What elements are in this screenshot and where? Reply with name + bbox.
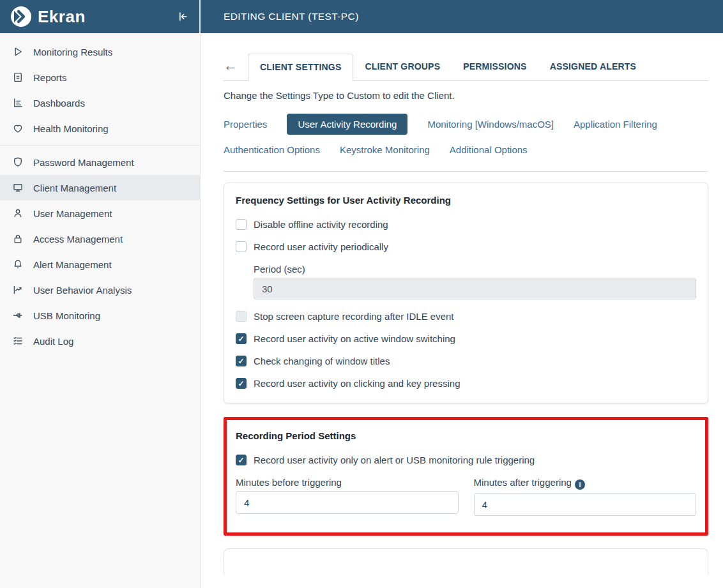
checkbox-label: Stop screen capture recording after IDLE… bbox=[254, 311, 454, 322]
bell-icon bbox=[11, 258, 24, 271]
sidebar-item-dashboards[interactable]: Dashboards bbox=[0, 90, 200, 116]
sidebar-item-label: USB Monitoring bbox=[33, 310, 100, 321]
tab-assigned-alerts[interactable]: ASSIGNED ALERTS bbox=[538, 54, 648, 80]
frequency-settings-card: Frequency Settings for User Activity Rec… bbox=[224, 183, 708, 403]
sidebar-item-label: Access Management bbox=[33, 234, 123, 245]
sidebar-item-label: User Management bbox=[33, 208, 112, 219]
sidebar-item-reports[interactable]: Reports bbox=[0, 64, 200, 90]
sidebar-divider bbox=[0, 145, 200, 146]
tab-strip: ← CLIENT SETTINGS CLIENT GROUPS PERMISSI… bbox=[224, 54, 708, 81]
settings-type-note: Change the Settings Type to Custom to ed… bbox=[224, 90, 708, 101]
sidebar-item-client-management[interactable]: Client Management bbox=[0, 175, 200, 200]
sidebar-item-label: Password Management bbox=[33, 157, 134, 168]
subtab-authentication-options[interactable]: Authentication Options bbox=[224, 139, 320, 160]
sidebar-header: Ekran bbox=[0, 0, 200, 33]
card-title: Frequency Settings for User Activity Rec… bbox=[236, 193, 696, 207]
sidebar-item-label: Reports bbox=[33, 72, 67, 83]
sidebar-item-user-management[interactable]: User Management bbox=[0, 200, 200, 226]
monitor-icon bbox=[11, 181, 24, 194]
minutes-before-input[interactable] bbox=[236, 491, 459, 514]
main-area: EDITING CLIENT (TEST-PC) ← CLIENT SETTIN… bbox=[201, 0, 723, 588]
tab-permissions[interactable]: PERMISSIONS bbox=[452, 54, 538, 80]
checkbox-label: Record user activity periodically bbox=[254, 241, 388, 252]
line-chart-icon bbox=[11, 283, 24, 296]
sidebar-item-user-behavior-analysis[interactable]: User Behavior Analysis bbox=[0, 277, 200, 303]
checkbox-row-window-titles: Check changing of window titles bbox=[236, 356, 696, 366]
usb-icon bbox=[11, 309, 24, 322]
subtab-monitoring-windows-macos[interactable]: Monitoring [Windows/macOS] bbox=[427, 114, 554, 135]
checkbox-label: Record user activity on active window sw… bbox=[254, 333, 455, 344]
section-divider bbox=[224, 171, 708, 172]
collapse-sidebar-icon[interactable] bbox=[176, 10, 189, 23]
sidebar-item-label: Dashboards bbox=[33, 98, 85, 109]
content: ← CLIENT SETTINGS CLIENT GROUPS PERMISSI… bbox=[201, 33, 723, 574]
page-title: EDITING CLIENT (TEST-PC) bbox=[224, 11, 359, 22]
info-icon[interactable]: i bbox=[575, 479, 585, 490]
minutes-grid: Minutes before triggering Minutes after … bbox=[236, 477, 696, 516]
stop-after-idle-checkbox bbox=[236, 311, 247, 322]
subtab-properties[interactable]: Properties bbox=[224, 114, 267, 135]
play-icon bbox=[11, 45, 24, 58]
shield-icon bbox=[11, 156, 24, 169]
checkbox-row-idle: Stop screen capture recording after IDLE… bbox=[236, 311, 696, 322]
ekran-logo-icon bbox=[10, 6, 32, 27]
user-icon bbox=[11, 207, 24, 220]
sidebar: Ekran Monitoring Results Reports bbox=[0, 0, 201, 588]
minutes-before-label: Minutes before triggering bbox=[236, 477, 459, 488]
minutes-after-label: Minutes after triggeringi bbox=[474, 477, 697, 490]
checkbox-row-disable-offline: Disable offline activity recording bbox=[236, 219, 696, 230]
checkbox-row-alert-trigger: Record user activity only on alert or US… bbox=[236, 455, 696, 465]
report-icon bbox=[11, 71, 24, 84]
recording-period-settings-card: Recording Period Settings Record user ac… bbox=[224, 417, 708, 536]
checkbox-label: Disable offline activity recording bbox=[254, 219, 388, 230]
alert-usb-trigger-checkbox[interactable] bbox=[236, 455, 247, 465]
sidebar-item-access-management[interactable]: Access Management bbox=[0, 226, 200, 252]
ekran-logo: Ekran bbox=[10, 6, 86, 27]
window-switching-checkbox[interactable] bbox=[236, 333, 247, 344]
tab-label: ASSIGNED ALERTS bbox=[550, 61, 637, 72]
subtab-application-filtering[interactable]: Application Filtering bbox=[574, 114, 657, 135]
back-arrow-icon[interactable]: ← bbox=[224, 59, 238, 75]
window-titles-checkbox[interactable] bbox=[236, 356, 247, 366]
checkbox-label: Record user activity only on alert or US… bbox=[254, 455, 535, 465]
next-card-top-edge bbox=[224, 548, 708, 574]
dashboards-icon bbox=[11, 96, 24, 109]
checkbox-row-click-key: Record user activity on clicking and key… bbox=[236, 378, 696, 389]
sidebar-item-health-monitoring[interactable]: Health Monitoring bbox=[0, 116, 200, 141]
page-header: EDITING CLIENT (TEST-PC) bbox=[201, 0, 723, 33]
sidebar-item-password-management[interactable]: Password Management bbox=[0, 149, 200, 175]
subtab-user-activity-recording[interactable]: User Activity Recording bbox=[287, 114, 407, 135]
sidebar-item-monitoring-results[interactable]: Monitoring Results bbox=[0, 39, 200, 64]
tab-label: CLIENT GROUPS bbox=[365, 61, 440, 72]
tab-label: PERMISSIONS bbox=[463, 61, 526, 72]
audit-list-icon bbox=[11, 335, 24, 347]
sidebar-nav: Monitoring Results Reports Dashboards He… bbox=[0, 33, 200, 354]
subtab-row-2: Authentication Options Keystroke Monitor… bbox=[224, 138, 708, 161]
sidebar-item-label: Alert Management bbox=[33, 259, 112, 270]
sidebar-item-label: Health Monitoring bbox=[33, 123, 109, 134]
subtab-keystroke-monitoring[interactable]: Keystroke Monitoring bbox=[340, 139, 430, 160]
sidebar-item-audit-log[interactable]: Audit Log bbox=[0, 328, 200, 354]
lock-icon bbox=[11, 232, 24, 245]
minutes-after-label-text: Minutes after triggering bbox=[474, 477, 572, 488]
minutes-after-input[interactable] bbox=[474, 493, 697, 516]
minutes-after-block: Minutes after triggeringi bbox=[474, 477, 697, 516]
sidebar-item-label: Audit Log bbox=[33, 336, 73, 347]
sidebar-item-label: Monitoring Results bbox=[33, 47, 112, 57]
tab-client-settings[interactable]: CLIENT SETTINGS bbox=[248, 54, 353, 81]
ekran-logo-text: Ekran bbox=[38, 7, 86, 27]
clicking-key-pressing-checkbox[interactable] bbox=[236, 378, 247, 389]
card-title: Recording Period Settings bbox=[236, 429, 696, 443]
checkbox-label: Check changing of window titles bbox=[254, 356, 390, 366]
subtab-additional-options[interactable]: Additional Options bbox=[450, 139, 528, 160]
period-input bbox=[254, 278, 696, 299]
minutes-before-block: Minutes before triggering bbox=[236, 477, 459, 516]
disable-offline-checkbox[interactable] bbox=[236, 219, 247, 230]
subtab-row-1: Properties User Activity Recording Monit… bbox=[224, 112, 708, 135]
sidebar-item-alert-management[interactable]: Alert Management bbox=[0, 252, 200, 277]
heart-icon bbox=[11, 122, 24, 135]
tab-client-groups[interactable]: CLIENT GROUPS bbox=[353, 54, 452, 80]
app-window: Ekran Monitoring Results Reports bbox=[0, 0, 723, 588]
sidebar-item-usb-monitoring[interactable]: USB Monitoring bbox=[0, 303, 200, 328]
record-periodically-checkbox[interactable] bbox=[236, 241, 247, 252]
